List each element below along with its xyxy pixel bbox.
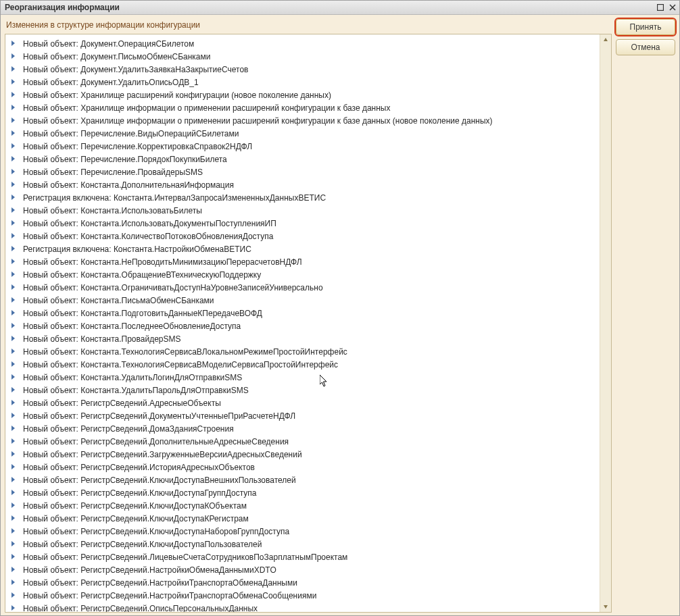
expand-arrow-icon[interactable] xyxy=(11,220,18,227)
expand-arrow-icon[interactable] xyxy=(11,195,18,201)
expand-arrow-icon[interactable] xyxy=(11,361,18,368)
expand-arrow-icon[interactable] xyxy=(11,426,18,432)
list-item[interactable]: Новый объект: Константа.ПровайдерSMS xyxy=(5,332,600,345)
list-item[interactable]: Новый объект: Документ.УдалитьЗаявкаНаЗа… xyxy=(5,63,600,76)
list-item[interactable]: Новый объект: Перечисление.Корректировка… xyxy=(5,140,600,153)
expand-arrow-icon[interactable] xyxy=(11,554,18,561)
list-item[interactable]: Новый объект: Хранилище расширений конфи… xyxy=(5,88,600,101)
expand-arrow-icon[interactable] xyxy=(11,580,18,586)
maximize-button[interactable] xyxy=(655,2,666,13)
expand-arrow-icon[interactable] xyxy=(11,387,18,394)
list-item[interactable]: Новый объект: Константа.ПоследнееОбновле… xyxy=(5,319,600,332)
list-item[interactable]: Новый объект: Константа.КоличествоПотоко… xyxy=(5,230,600,242)
list-item[interactable]: Новый объект: РегистрСведений.ЛицевыеСче… xyxy=(5,550,600,563)
expand-arrow-icon[interactable] xyxy=(11,259,18,265)
list-item[interactable]: Новый объект: Константа.УдалитьПарольДля… xyxy=(5,384,600,396)
expand-arrow-icon[interactable] xyxy=(11,207,18,214)
list-item[interactable]: Новый объект: Документ.ОперацияСБилетом xyxy=(5,37,600,50)
expand-arrow-icon[interactable] xyxy=(11,92,18,99)
list-item[interactable]: Новый объект: РегистрСведений.ИсторияАдр… xyxy=(5,461,600,473)
expand-arrow-icon[interactable] xyxy=(11,541,18,548)
vertical-scrollbar[interactable] xyxy=(600,34,611,612)
expand-arrow-icon[interactable] xyxy=(11,605,18,612)
list-item[interactable]: Новый объект: Хранилище информации о при… xyxy=(5,114,600,127)
list-item[interactable]: Новый объект: Документ.ПисьмоОбменСБанка… xyxy=(5,50,600,63)
close-button[interactable] xyxy=(667,2,678,13)
expand-arrow-icon[interactable] xyxy=(11,374,18,381)
expand-arrow-icon[interactable] xyxy=(11,233,18,240)
expand-arrow-icon[interactable] xyxy=(11,349,18,355)
list-item[interactable]: Новый объект: Константа.ТехнологияСервис… xyxy=(5,345,600,358)
list-item[interactable]: Новый объект: Константа.ПисьмаОбменСБанк… xyxy=(5,294,600,307)
list-item[interactable]: Новый объект: Константа.ОграничиватьДост… xyxy=(5,281,600,294)
list-item-label: Новый объект: РегистрСведений.КлючиДосту… xyxy=(23,501,247,511)
expand-arrow-icon[interactable] xyxy=(11,297,18,304)
list-item[interactable]: Новый объект: РегистрСведений.КлючиДосту… xyxy=(5,486,600,499)
scroll-down-arrow[interactable] xyxy=(600,601,611,612)
list-item[interactable]: Новый объект: РегистрСведений.КлючиДосту… xyxy=(5,538,600,550)
expand-arrow-icon[interactable] xyxy=(11,336,18,342)
list-item[interactable]: Новый объект: РегистрСведений.ДокументыУ… xyxy=(5,409,600,422)
expand-arrow-icon[interactable] xyxy=(11,515,18,522)
expand-arrow-icon[interactable] xyxy=(11,477,18,484)
list-item[interactable]: Новый объект: Документ.УдалитьОписьОДВ_1 xyxy=(5,76,600,88)
list-item[interactable]: Новый объект: РегистрСведений.КлючиДосту… xyxy=(5,499,600,512)
list-item-label: Новый объект: РегистрСведений.ИсторияАдр… xyxy=(23,463,255,472)
expand-arrow-icon[interactable] xyxy=(11,592,18,599)
list-item[interactable]: Новый объект: РегистрСведений.КлючиДосту… xyxy=(5,473,600,486)
list-item[interactable]: Новый объект: РегистрСведений.КлючиДосту… xyxy=(5,512,600,525)
list-item[interactable]: Новый объект: Константа.ДополнительнаяИн… xyxy=(5,178,600,191)
list-item[interactable]: Регистрация включена: Константа.Интервал… xyxy=(5,191,600,204)
list-item[interactable]: Новый объект: РегистрСведений.ОписьПерсо… xyxy=(5,602,600,612)
list-item[interactable]: Новый объект: Константа.ПодготовитьДанны… xyxy=(5,307,600,319)
expand-arrow-icon[interactable] xyxy=(11,413,18,419)
expand-arrow-icon[interactable] xyxy=(11,464,18,471)
expand-arrow-icon[interactable] xyxy=(11,79,18,86)
list-item[interactable]: Новый объект: РегистрСведений.НастройкиТ… xyxy=(5,589,600,602)
expand-arrow-icon[interactable] xyxy=(11,118,18,124)
expand-arrow-icon[interactable] xyxy=(11,246,18,253)
list-item[interactable]: Новый объект: РегистрСведений.НастройкиТ… xyxy=(5,576,600,589)
expand-arrow-icon[interactable] xyxy=(11,143,18,150)
expand-arrow-icon[interactable] xyxy=(11,310,18,317)
expand-arrow-icon[interactable] xyxy=(11,503,18,509)
expand-arrow-icon[interactable] xyxy=(11,528,18,535)
expand-arrow-icon[interactable] xyxy=(11,567,18,573)
expand-arrow-icon[interactable] xyxy=(11,41,18,47)
expand-arrow-icon[interactable] xyxy=(11,182,18,188)
list-item[interactable]: Новый объект: Константа.ТехнологияСервис… xyxy=(5,358,600,371)
list-item[interactable]: Новый объект: РегистрСведений.НастройкиО… xyxy=(5,563,600,576)
list-item[interactable]: Новый объект: РегистрСведений.АдресныеОб… xyxy=(5,396,600,409)
expand-arrow-icon[interactable] xyxy=(11,156,18,163)
list-item[interactable]: Новый объект: РегистрСведений.КлючиДосту… xyxy=(5,525,600,538)
list-item[interactable]: Новый объект: Перечисление.ПорядокПокупк… xyxy=(5,153,600,165)
list-item[interactable]: Новый объект: РегистрСведений.Загруженны… xyxy=(5,448,600,461)
expand-arrow-icon[interactable] xyxy=(11,105,18,111)
list-item-label: Новый объект: Константа.ИспользоватьДоку… xyxy=(23,219,276,228)
list-item[interactable]: Новый объект: Перечисление.ПровайдерыSMS xyxy=(5,165,600,178)
list-item[interactable]: Новый объект: Константа.ИспользоватьДоку… xyxy=(5,217,600,230)
expand-arrow-icon[interactable] xyxy=(11,53,18,60)
list-item[interactable]: Новый объект: Константа.НеПроводитьМиним… xyxy=(5,255,600,268)
list-item[interactable]: Новый объект: Константа.ОбращениеВТехнич… xyxy=(5,268,600,281)
list-item[interactable]: Новый объект: РегистрСведений.ДомаЗдания… xyxy=(5,422,600,435)
expand-arrow-icon[interactable] xyxy=(11,169,18,176)
scroll-up-arrow[interactable] xyxy=(600,34,611,45)
expand-arrow-icon[interactable] xyxy=(11,66,18,73)
expand-arrow-icon[interactable] xyxy=(11,451,18,458)
accept-button[interactable]: Принять xyxy=(616,19,675,35)
expand-arrow-icon[interactable] xyxy=(11,490,18,496)
expand-arrow-icon[interactable] xyxy=(11,323,18,330)
list-item[interactable]: Новый объект: Константа.ИспользоватьБиле… xyxy=(5,204,600,217)
list-item[interactable]: Новый объект: РегистрСведений.Дополнител… xyxy=(5,435,600,448)
expand-arrow-icon[interactable] xyxy=(11,272,18,278)
cancel-button[interactable]: Отмена xyxy=(616,39,675,55)
expand-arrow-icon[interactable] xyxy=(11,130,18,137)
list-item[interactable]: Новый объект: Хранилище информации о при… xyxy=(5,101,600,114)
list-item[interactable]: Новый объект: Константа.УдалитьЛогинДляО… xyxy=(5,371,600,384)
expand-arrow-icon[interactable] xyxy=(11,438,18,445)
list-item[interactable]: Новый объект: Перечисление.ВидыОперацийС… xyxy=(5,127,600,140)
expand-arrow-icon[interactable] xyxy=(11,284,18,291)
expand-arrow-icon[interactable] xyxy=(11,400,18,407)
list-item[interactable]: Регистрация включена: Константа.Настройк… xyxy=(5,242,600,255)
